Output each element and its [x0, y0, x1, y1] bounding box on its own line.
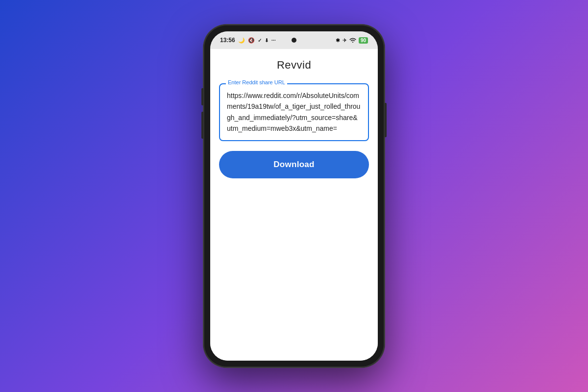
phone-device: 13:56 🌙 🔇 ✓ ⬇ ··· ✱ ✈ 90: [203, 24, 385, 368]
url-input-label: Enter Reddit share URL: [226, 79, 287, 85]
more-icon: ···: [271, 37, 276, 43]
power-button: [385, 103, 387, 137]
app-title: Revvid: [219, 59, 369, 72]
url-input-value[interactable]: https://www.reddit.com/r/AbsoluteUnits/c…: [227, 90, 361, 134]
url-input-container[interactable]: Enter Reddit share URL https://www.reddi…: [219, 83, 369, 141]
moon-icon: 🌙: [238, 37, 245, 44]
time-display: 13:56: [220, 37, 235, 44]
volume-down-button: [201, 112, 203, 139]
status-bar-left: 13:56 🌙 🔇 ✓ ⬇ ···: [220, 37, 276, 44]
bottom-space: [219, 178, 369, 351]
volume-up-button: [201, 88, 203, 105]
checkmark-icon: ✓: [258, 38, 262, 43]
download-indicator-icon: ⬇: [265, 38, 269, 43]
phone-screen: 13:56 🌙 🔇 ✓ ⬇ ··· ✱ ✈ 90: [210, 31, 378, 361]
app-content: Revvid Enter Reddit share URL https://ww…: [210, 49, 378, 361]
status-bar-center: [292, 38, 296, 43]
front-camera: [292, 38, 296, 43]
bluetooth-icon: ✱: [336, 37, 340, 44]
status-bar: 13:56 🌙 🔇 ✓ ⬇ ··· ✱ ✈ 90: [210, 31, 378, 49]
wifi-icon: [349, 37, 356, 44]
battery-icon: 90: [359, 37, 368, 44]
airplane-icon: ✈: [343, 37, 347, 44]
status-bar-right: ✱ ✈ 90: [336, 37, 368, 44]
mute-icon: 🔇: [248, 37, 255, 44]
download-button[interactable]: Download: [219, 151, 369, 178]
